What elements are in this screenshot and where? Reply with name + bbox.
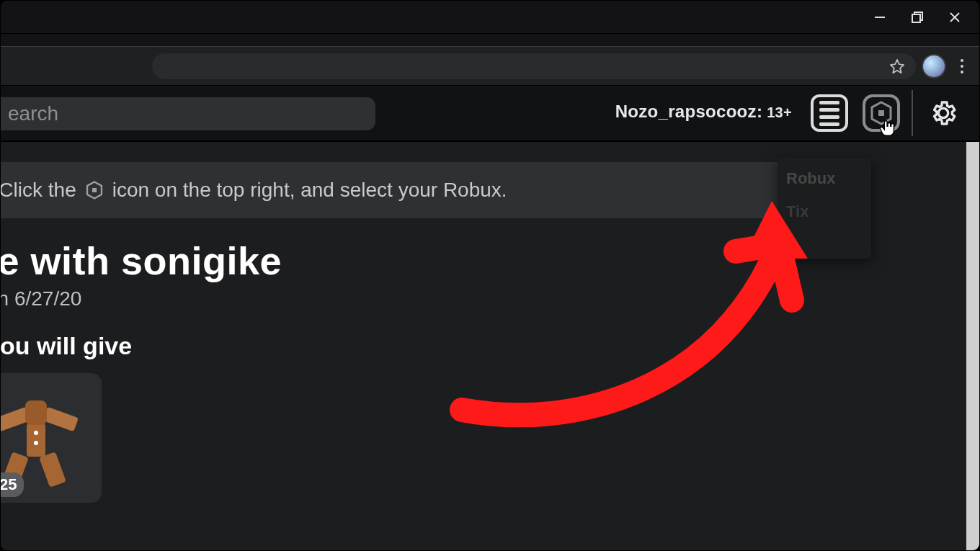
give-section-label: you will give bbox=[0, 332, 979, 360]
item-rap-badge: 25 bbox=[0, 472, 24, 497]
banner-text-pre: y? Click the bbox=[0, 179, 76, 202]
dropdown-item-tix[interactable]: Tix bbox=[786, 202, 863, 221]
search-input[interactable]: earch bbox=[0, 97, 375, 130]
app-window: earch Nozo_rapsocooz: 13+ bbox=[0, 0, 980, 551]
maximize-restore-icon bbox=[911, 11, 924, 24]
kebab-dot-icon bbox=[961, 71, 963, 73]
settings-button[interactable] bbox=[927, 97, 959, 129]
search-placeholder: earch bbox=[8, 102, 58, 125]
svg-rect-6 bbox=[878, 110, 884, 116]
kebab-dot-icon bbox=[961, 65, 963, 68]
kebab-dot-icon bbox=[961, 59, 963, 62]
pointer-cursor-icon bbox=[877, 117, 899, 139]
header-divider bbox=[912, 90, 913, 136]
svg-rect-2 bbox=[912, 14, 920, 22]
robux-dropdown[interactable]: Robux Tix bbox=[778, 158, 871, 259]
trade-date: on 6/27/20 bbox=[0, 287, 979, 310]
window-maximize-button[interactable] bbox=[899, 1, 936, 34]
browser-menu-button[interactable] bbox=[952, 55, 972, 78]
star-icon bbox=[889, 58, 905, 74]
page-content: earch Nozo_rapsocooz: 13+ bbox=[1, 86, 979, 551]
info-banner: y? Click the icon on the top right, and … bbox=[1, 162, 871, 218]
trade-item-card[interactable]: 25 bbox=[0, 373, 102, 503]
site-header: earch Nozo_rapsocooz: 13+ bbox=[1, 86, 979, 142]
svg-rect-8 bbox=[92, 188, 97, 192]
notifications-button[interactable] bbox=[811, 94, 848, 132]
robux-inline-icon bbox=[84, 179, 105, 201]
titlebar bbox=[1, 1, 979, 34]
window-minimize-button[interactable] bbox=[861, 1, 899, 34]
banner-text: y? Click the icon on the top right, and … bbox=[0, 179, 507, 202]
trade-panel: le with sonigike on 6/27/20 you will giv… bbox=[1, 218, 979, 503]
tab-strip bbox=[1, 34, 979, 47]
age-badge: 13+ bbox=[767, 104, 792, 121]
address-bar[interactable] bbox=[152, 53, 916, 79]
profile-avatar[interactable] bbox=[922, 54, 946, 79]
bookmark-button[interactable] bbox=[888, 58, 906, 75]
window-close-button[interactable] bbox=[936, 1, 974, 34]
banner-text-post: icon on the top right, and select your R… bbox=[112, 179, 507, 202]
close-icon bbox=[948, 11, 961, 24]
username-label[interactable]: Nozo_rapsocooz: 13+ bbox=[615, 102, 792, 122]
svg-rect-0 bbox=[875, 17, 885, 18]
username-text: Nozo_rapsocooz: bbox=[615, 102, 763, 122]
list-lines-icon bbox=[819, 101, 839, 126]
browser-toolbar bbox=[1, 47, 979, 86]
gear-icon bbox=[929, 99, 958, 127]
dropdown-item-robux[interactable]: Robux bbox=[786, 169, 863, 188]
minimize-icon bbox=[873, 11, 886, 24]
